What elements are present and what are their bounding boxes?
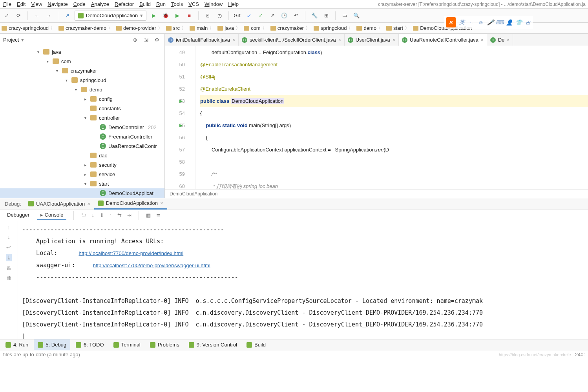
down-stack-icon[interactable]: ↓	[7, 234, 10, 240]
breadcrumb-item[interactable]: 〉main	[180, 25, 208, 32]
run-icon[interactable]: ▶	[150, 11, 158, 20]
menu-refactor[interactable]: Refactor	[115, 1, 134, 7]
tool-todo[interactable]: 6: TODO	[72, 339, 108, 350]
tool-versioncontrol[interactable]: 9: Version Control	[185, 339, 241, 350]
tree-node[interactable]: CDemoController202	[0, 122, 164, 132]
gear-icon[interactable]: ⚙	[153, 36, 161, 44]
menu-tools[interactable]: Tools	[171, 1, 183, 7]
tree-node[interactable]: ▾demo	[0, 85, 164, 94]
clear-icon[interactable]: 🗑	[6, 275, 11, 281]
breadcrumb-item[interactable]: 〉crazymaker	[261, 25, 304, 32]
git-history-icon[interactable]: 🕒	[280, 11, 289, 20]
tool-problems[interactable]: Problems	[146, 339, 183, 350]
chevron-down-icon[interactable]: ▾	[21, 37, 24, 43]
structure-icon[interactable]: ⊞	[322, 11, 331, 20]
breadcrumb-item[interactable]: 〉springcloud	[304, 25, 347, 32]
tree-node[interactable]: ▸service	[0, 170, 164, 179]
close-icon[interactable]: ×	[232, 37, 235, 43]
tree-node[interactable]: ▾com	[0, 57, 164, 66]
editor-tab[interactable]: CDe×	[487, 34, 513, 46]
breadcrumb-item[interactable]: 〉crazymaker-demo	[49, 25, 106, 32]
menu-help[interactable]: Help	[228, 1, 239, 7]
tool-terminal[interactable]: Terminal	[110, 339, 144, 350]
ime-toolbar[interactable]: S 英 ·, ☺ 🎤 ⌨ 👤 👕 ⊞	[444, 16, 533, 29]
menu-run[interactable]: Run	[156, 1, 166, 7]
breadcrumb-item[interactable]: 〉demo	[347, 25, 376, 32]
ime-keyboard-icon[interactable]: ⌨	[496, 19, 503, 26]
debug-subtab-console[interactable]: ▸ Console	[37, 210, 66, 220]
search-icon[interactable]: 🔍	[352, 11, 361, 20]
editor-breadcrumb[interactable]: DemoCloudApplication	[165, 189, 588, 198]
close-icon[interactable]: ×	[338, 37, 341, 43]
menu-navigate[interactable]: Navigate	[47, 1, 68, 7]
tree-node[interactable]: CFreemarkController	[0, 132, 164, 141]
close-icon[interactable]: ×	[393, 37, 395, 43]
ime-tools-icon[interactable]: ⊞	[524, 19, 531, 26]
tree-node[interactable]: dao	[0, 151, 164, 160]
breadcrumb-item[interactable]: 〉demo-provider	[106, 25, 156, 32]
profile-icon[interactable]: ◷	[215, 11, 224, 20]
git-push-icon[interactable]: ↗	[268, 11, 277, 20]
breadcrumb-item[interactable]: 〉start	[376, 25, 403, 32]
ime-voice-icon[interactable]: 🎤	[487, 19, 494, 26]
breadcrumb-item[interactable]: 〉com	[234, 25, 261, 32]
tree-node[interactable]: ▾springcloud	[0, 75, 164, 85]
editor-tab[interactable]: JientDefaultFallback.java×	[165, 34, 239, 46]
git-commit-icon[interactable]: ✓	[256, 11, 265, 20]
tree-node[interactable]: constants	[0, 104, 164, 113]
step-out-icon[interactable]: ↑	[110, 212, 112, 218]
breadcrumb-item[interactable]: crazy-springcloud	[2, 25, 49, 31]
close-icon[interactable]: ×	[507, 37, 509, 43]
settings-icon[interactable]: 🔧	[310, 11, 319, 20]
editor-tab[interactable]: CUserClient.java×	[345, 34, 399, 46]
run-configuration-select[interactable]: DemoCloudApplication ▾	[75, 11, 146, 21]
tree-node[interactable]: CUaaRemoteCallContr	[0, 141, 164, 151]
refresh-icon[interactable]: ⟳	[14, 11, 23, 20]
menu-edit[interactable]: Edit	[17, 1, 26, 7]
git-pull-icon[interactable]: ↙	[245, 11, 253, 20]
menu-view[interactable]: View	[31, 1, 42, 7]
ime-punct-icon[interactable]: ·,	[468, 19, 475, 26]
tree-node[interactable]: ▾controller	[0, 113, 164, 122]
drop-frame-icon[interactable]: ⇆	[117, 212, 122, 218]
editor-tab[interactable]: CUaaRemoteCallController.java×	[399, 34, 487, 46]
print-icon[interactable]: 🖶	[6, 265, 11, 271]
git-revert-icon[interactable]: ↶	[292, 11, 300, 20]
debug-icon[interactable]: 🐞	[161, 11, 170, 20]
breadcrumb-item[interactable]: 〉src	[156, 25, 180, 32]
up-stack-icon[interactable]: ↑	[7, 224, 10, 230]
wrap-icon[interactable]: ⮐	[6, 244, 11, 250]
debug-subtab-debugger[interactable]: Debugger	[4, 210, 33, 220]
attach-icon[interactable]: ⎘	[203, 11, 212, 20]
menu-build[interactable]: Build	[139, 1, 151, 7]
tree-node[interactable]: CDemoCloudApplicati	[0, 188, 164, 198]
debug-tab[interactable]: UAACloudApplication ×	[24, 198, 94, 210]
menu-window[interactable]: Window	[205, 1, 223, 7]
menu-vcs[interactable]: VCS	[188, 1, 199, 7]
gutter[interactable]: 495051525354555657585960	[165, 46, 195, 189]
project-tree[interactable]: ▾java▾com▾crazymaker▾springcloud▾demo▸co…	[0, 46, 164, 198]
avd-icon[interactable]: ▭	[340, 11, 349, 20]
evaluate-icon[interactable]: ▦	[146, 212, 151, 218]
ime-user-icon[interactable]: 👤	[506, 19, 513, 26]
tree-node[interactable]: ▾start	[0, 179, 164, 188]
run-to-cursor-icon[interactable]: ⇥	[127, 212, 131, 218]
code-editor[interactable]: defaultConfiguration = FeignConfiguratio…	[195, 46, 588, 189]
collapse-icon[interactable]: ⇲	[142, 36, 150, 44]
coverage-icon[interactable]: ▶	[173, 11, 182, 20]
tree-node[interactable]: ▸security	[0, 160, 164, 170]
step-into2-icon[interactable]: ⇓	[100, 212, 104, 218]
tool-debug[interactable]: 5: Debug	[34, 339, 70, 350]
back-icon[interactable]: ←	[33, 11, 41, 20]
close-icon[interactable]: ×	[481, 37, 484, 43]
ime-emoji-icon[interactable]: ☺	[477, 19, 484, 26]
tree-node[interactable]: ▾crazymaker	[0, 66, 164, 75]
menu-file[interactable]: File	[3, 1, 11, 7]
breadcrumb-item[interactable]: 〉java	[208, 25, 234, 32]
tool-build[interactable]: Build	[243, 339, 270, 350]
tool-run[interactable]: 4: Run	[2, 339, 32, 350]
ime-skin-icon[interactable]: 👕	[515, 19, 522, 26]
expand-all-icon[interactable]: ⤢	[2, 11, 11, 20]
step-over-icon[interactable]: ⮌	[81, 212, 86, 218]
ime-lang-icon[interactable]: 英	[458, 19, 466, 26]
